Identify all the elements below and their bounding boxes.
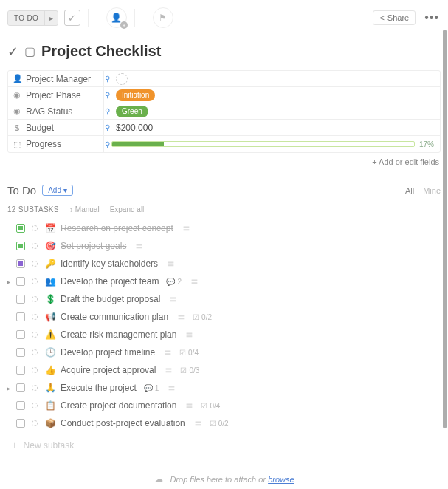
link-icon[interactable]	[30, 294, 40, 304]
flag-button[interactable]: ⚑	[153, 7, 173, 28]
sort-button[interactable]: ↕Manual	[69, 205, 100, 213]
comment-count[interactable]: 💬2	[166, 278, 182, 286]
task-row[interactable]: ▸📢Create communication plan〓☑0/2	[4, 308, 448, 326]
expand-toggle[interactable]: ▸	[4, 384, 12, 392]
link-icon[interactable]	[30, 400, 40, 411]
status-dropdown[interactable]: TO DO ▸	[7, 10, 58, 26]
field-row: ◉Project Phase⚲Initiation	[8, 87, 440, 103]
pin-icon[interactable]: ⚲	[104, 87, 111, 103]
task-checkbox[interactable]	[16, 401, 25, 410]
task-emoji: 🔑	[44, 259, 56, 269]
task-checkbox[interactable]	[16, 312, 25, 321]
task-row[interactable]: ▸👍Acquire project approval〓☑0/3	[4, 361, 448, 379]
task-row[interactable]: ▸📅Research on project concept〓	[4, 219, 448, 237]
add-edit-fields[interactable]: + Add or edit fields	[0, 153, 448, 166]
add-button[interactable]: Add ▾	[42, 185, 73, 196]
task-checkbox[interactable]	[16, 348, 25, 357]
avatar-placeholder[interactable]	[116, 73, 128, 85]
task-row[interactable]: ▸💲Draft the budget proposal〓	[4, 290, 448, 308]
task-title: Create risk management plan	[61, 329, 176, 340]
expand-toggle[interactable]: ▸	[4, 278, 12, 286]
field-value[interactable]: Initiation	[111, 87, 440, 103]
attachment-dropzone[interactable]: ☁ Drop files here to attach or browse	[0, 473, 448, 485]
view-mine[interactable]: Mine	[423, 186, 441, 195]
subtask-progress[interactable]: ☑0/4	[201, 402, 220, 410]
link-icon[interactable]	[30, 383, 40, 393]
section-title: To Do	[7, 184, 36, 196]
user-icon: 👤	[111, 13, 122, 23]
task-emoji: 📦	[44, 418, 56, 428]
field-value[interactable]	[111, 71, 440, 86]
task-title: Develop the project team	[61, 276, 159, 287]
task-checkbox[interactable]	[16, 259, 25, 268]
field-icon: 👤	[13, 74, 21, 83]
field-value[interactable]: 17%	[111, 140, 440, 148]
field-row: $Budget⚲$200.000	[8, 120, 440, 136]
subtask-progress[interactable]: ☑0/2	[210, 420, 229, 428]
field-value[interactable]: $200.000	[111, 120, 440, 135]
comment-count[interactable]: 💬1	[144, 384, 159, 392]
field-value[interactable]: Green	[111, 103, 440, 119]
task-emoji: 🎯	[44, 241, 56, 251]
pin-icon[interactable]: ⚲	[104, 71, 111, 86]
comment-icon: 💬	[166, 278, 175, 286]
flag-icon: ⚑	[159, 13, 167, 23]
task-title: Set project goals	[61, 241, 126, 251]
subtask-progress[interactable]: ☑0/3	[180, 366, 199, 375]
complete-toggle[interactable]: ✓	[64, 10, 80, 26]
dropzone-text: Drop files here to attach or	[170, 475, 268, 484]
task-row[interactable]: ▸🎯Set project goals〓	[4, 237, 448, 255]
subtask-icon: ☑	[193, 313, 199, 321]
task-emoji: 🙏	[44, 383, 56, 393]
link-icon[interactable]	[30, 223, 40, 233]
task-checkbox[interactable]	[16, 295, 25, 304]
task-row[interactable]: ▸📋Create project documentation〓☑0/4	[4, 397, 448, 414]
browse-link[interactable]: browse	[268, 475, 294, 484]
status-label: TO DO	[8, 11, 44, 25]
task-row[interactable]: ▸👥Develop the project team💬2〓	[4, 273, 448, 290]
task-checkbox[interactable]	[16, 383, 25, 392]
task-emoji: ⚠️	[44, 329, 56, 340]
link-icon[interactable]	[30, 276, 40, 287]
link-icon[interactable]	[30, 347, 40, 358]
pin-icon[interactable]: ⚲	[104, 120, 111, 135]
subtask-icon: ☑	[179, 349, 186, 357]
link-icon[interactable]	[30, 312, 40, 322]
new-subtask[interactable]: + New subtask	[0, 432, 448, 451]
task-title: Execute the project	[61, 383, 137, 393]
more-menu[interactable]: •••	[423, 11, 441, 24]
link-icon[interactable]	[30, 259, 40, 269]
share-button[interactable]: < Share	[373, 10, 416, 25]
task-checkbox[interactable]	[16, 330, 25, 339]
trail-icon: 〓	[185, 329, 193, 341]
task-row[interactable]: ▸🔑Identify key stakeholders〓	[4, 255, 448, 273]
subtask-progress[interactable]: ☑0/2	[193, 313, 212, 321]
task-checkbox[interactable]	[16, 242, 25, 250]
link-icon[interactable]	[30, 418, 40, 428]
assignee-add[interactable]: 👤 +	[106, 7, 127, 28]
link-icon[interactable]	[30, 241, 40, 251]
subtask-progress[interactable]: ☑0/4	[179, 349, 199, 357]
expand-all[interactable]: Expand all	[110, 205, 145, 213]
task-checkbox[interactable]	[16, 277, 25, 286]
pin-icon[interactable]: ⚲	[104, 136, 111, 152]
task-row[interactable]: ▸🙏Execute the project💬1〓	[4, 379, 448, 397]
task-checkbox[interactable]	[16, 224, 25, 233]
task-row[interactable]: ▸⚠️Create risk management plan〓	[4, 326, 448, 343]
link-icon[interactable]	[30, 365, 40, 375]
scrollbar[interactable]	[443, 30, 447, 428]
field-label: RAG Status	[26, 106, 72, 117]
pin-icon[interactable]: ⚲	[104, 103, 111, 119]
chevron-right-icon: ▸	[44, 11, 58, 25]
task-title: Develop project timeline	[61, 347, 155, 358]
field-row: ⬚Progress⚲17%	[8, 136, 440, 152]
task-row[interactable]: ▸🕒Develop project timeline〓☑0/4	[4, 343, 448, 361]
task-checkbox[interactable]	[16, 366, 25, 375]
task-checkbox[interactable]	[16, 419, 25, 428]
task-row[interactable]: ▸📦Conduct post-project evaluation〓☑0/2	[4, 414, 448, 432]
trail-icon: 〓	[164, 347, 172, 358]
link-icon[interactable]	[30, 329, 40, 340]
task-emoji: 👥	[44, 276, 56, 287]
sort-icon: ↕	[69, 205, 73, 213]
view-all[interactable]: All	[405, 186, 414, 195]
